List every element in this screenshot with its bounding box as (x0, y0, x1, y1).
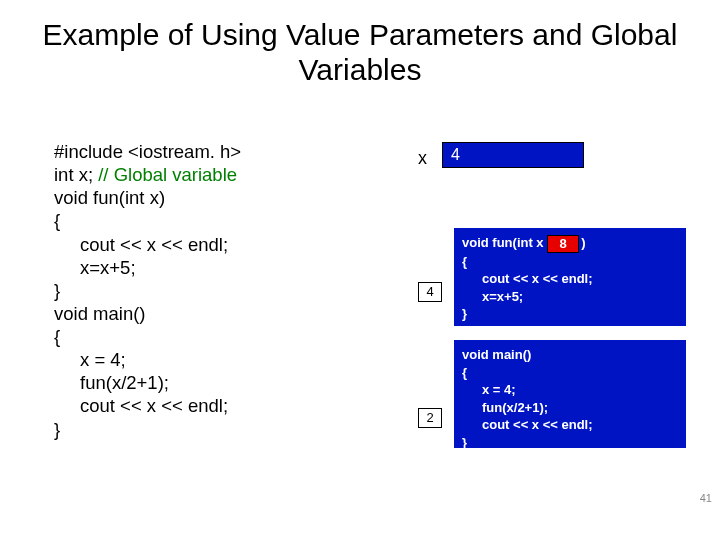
main-execution-box: void main() { x = 4; fun(x/2+1); cout <<… (454, 340, 686, 448)
code-line: x = 4; (54, 348, 241, 371)
value-arrow-box-4: 4 (418, 282, 442, 302)
main-open-brace: { (462, 364, 678, 382)
fun-open-brace: { (462, 253, 678, 271)
main-body-line: fun(x/2+1); (462, 399, 678, 417)
code-line: void main() (54, 302, 241, 325)
main-body-line: cout << x << endl; (462, 416, 678, 434)
code-line: cout << x << endl; (54, 233, 241, 256)
fun-body-text: x=x+5; (482, 289, 523, 304)
code-text: cout << x << endl; (80, 234, 228, 255)
code-text: fun(x/2+1); (80, 372, 169, 393)
code-line: int x; // Global variable (54, 163, 241, 186)
slide-title: Example of Using Value Parameters and Gl… (0, 0, 720, 95)
main-body-text: cout << x << endl; (482, 417, 593, 432)
fun-header-prefix: void fun(int x (462, 235, 544, 250)
fun-body-line: cout << x << endl; (462, 270, 678, 288)
code-line: #include <iostream. h> (54, 140, 241, 163)
code-line: { (54, 325, 241, 348)
code-line: fun(x/2+1); (54, 371, 241, 394)
page-number: 41 (700, 492, 712, 504)
code-line: } (54, 418, 241, 441)
code-line: x=x+5; (54, 256, 241, 279)
code-listing: #include <iostream. h> int x; // Global … (54, 140, 241, 441)
fun-header-suffix: ) (581, 235, 585, 250)
code-line: void fun(int x) (54, 186, 241, 209)
fun-body-line: x=x+5; (462, 288, 678, 306)
code-text: cout << x << endl; (80, 395, 228, 416)
main-body-line: x = 4; (462, 381, 678, 399)
main-header: void main() (462, 346, 678, 364)
fun-body-text: cout << x << endl; (482, 271, 593, 286)
global-x-label: x (418, 148, 427, 169)
value-arrow-box-2: 2 (418, 408, 442, 428)
main-body-text: x = 4; (482, 382, 516, 397)
global-x-value-box: 4 (442, 142, 584, 168)
param-x-value-box: 8 (547, 235, 579, 253)
code-line: { (54, 209, 241, 232)
code-text: x = 4; (80, 349, 126, 370)
code-line: cout << x << endl; (54, 394, 241, 417)
fun-close-brace: } (462, 305, 678, 323)
main-close-brace: } (462, 434, 678, 452)
fun-signature: void fun(int x 8) (462, 234, 678, 253)
code-text: int x; (54, 164, 98, 185)
main-body-text: fun(x/2+1); (482, 400, 548, 415)
code-line: } (54, 279, 241, 302)
code-text: x=x+5; (80, 257, 136, 278)
code-comment: // Global variable (98, 164, 237, 185)
fun-execution-box: void fun(int x 8) { cout << x << endl; x… (454, 228, 686, 326)
